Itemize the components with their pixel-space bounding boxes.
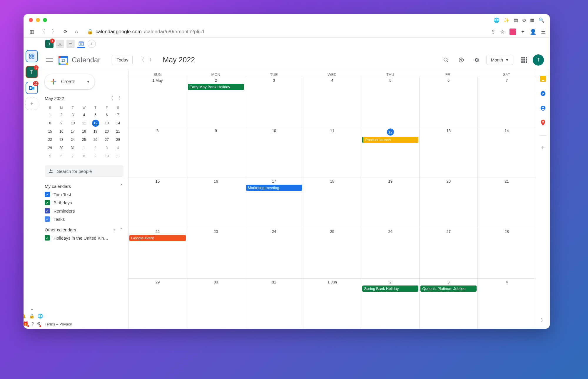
mini-day[interactable]: 8 [45,119,56,127]
maximize-window-button[interactable] [43,18,47,22]
bookmark-icon[interactable]: ☆ [500,29,505,35]
settings-button[interactable] [471,54,482,66]
mini-day[interactable]: 2 [56,111,67,119]
mini-day[interactable]: 27 [101,136,112,143]
minimize-window-button[interactable] [36,18,40,22]
sidebar-add-button[interactable]: + [26,98,38,110]
day-cell[interactable]: 26 [361,228,419,278]
profile-button[interactable]: T [533,54,544,66]
day-cell[interactable]: 25 [303,228,361,278]
day-cell[interactable]: 2Early May Bank Holiday [187,77,245,127]
back-button[interactable]: 〈 [39,28,47,36]
lock-icon[interactable]: 🔒 [29,313,35,319]
mini-day[interactable]: 14 [113,119,123,127]
day-cell[interactable]: 13 [419,127,477,177]
list-icon[interactable]: ▤ [514,17,518,23]
mini-day[interactable]: 10 [67,119,78,127]
tab-teams[interactable]: T1 [45,40,54,48]
day-cell[interactable]: 9 [187,127,245,177]
other-calendars-header[interactable]: Other calendars + ⌃ [45,227,123,232]
tasks-icon[interactable] [539,90,547,97]
my-calendars-header[interactable]: My calendars ⌃ [45,183,123,189]
tab-docs[interactable]: ▭ [66,40,75,48]
calendar-checkbox[interactable]: ✓ [45,208,50,213]
create-button[interactable]: Create ▼ [45,74,95,89]
calendar-checkbox[interactable]: ✓ [45,200,50,205]
chevron-down-icon[interactable]: ⌄ [30,305,34,311]
view-selector[interactable]: Month▼ [486,55,513,65]
mini-day[interactable]: 30 [56,144,67,152]
day-cell[interactable]: 29 [128,278,187,329]
maps-icon[interactable] [539,119,547,126]
day-cell[interactable]: 28 [477,228,536,278]
mini-day[interactable]: 19 [90,128,101,135]
mini-day[interactable]: 28 [113,136,123,143]
day-cell[interactable]: 1 May [128,77,187,127]
search-icon[interactable]: 🔍 [539,17,544,23]
day-cell[interactable]: 3Queen's Platinum Jubilee [419,278,477,329]
mini-day[interactable]: 21 [113,128,123,135]
calendar-item[interactable]: ✓Birthdays [45,200,123,205]
tab-drive[interactable]: △ [56,40,64,48]
sidebar-toggle-icon[interactable]: ▥ [28,28,36,36]
day-cell[interactable]: 5 [361,77,419,127]
next-month-button[interactable]: 〉 [147,55,157,65]
privacy-link[interactable]: Privacy [59,322,72,326]
grid-body[interactable]: 1 May2Early May Bank Holiday345678910111… [128,77,536,329]
add-tab-button[interactable]: + [88,40,96,48]
day-cell[interactable]: 24 [245,228,303,278]
mini-day[interactable]: 4 [79,111,90,119]
day-cell[interactable]: 10 [245,127,303,177]
bell-icon[interactable]: 🔔 [24,313,26,319]
tab-calendar-active[interactable]: 31 [77,40,85,48]
day-cell[interactable]: 6 [419,77,477,127]
mini-day[interactable]: 26 [90,136,101,143]
day-cell[interactable]: 30 [187,278,245,329]
mini-day[interactable]: 11 [79,119,90,127]
mini-day[interactable]: 3 [67,111,78,119]
shield-icon[interactable]: ⊘ [522,17,526,23]
day-cell[interactable]: 16 [187,178,245,228]
day-cell[interactable]: 4 [303,77,361,127]
chevron-up-icon[interactable]: ⌃ [120,227,123,232]
mini-day[interactable]: 8 [79,152,90,160]
mini-day[interactable]: 11 [113,152,123,160]
profile-icon[interactable]: 👤 [530,29,536,35]
calendar-item[interactable]: ✓Reminders [45,208,123,213]
day-cell[interactable]: 23 [187,228,245,278]
mini-day[interactable]: 17 [67,128,78,135]
help-button[interactable]: ? [456,54,467,66]
mini-day[interactable]: 3 [101,144,112,152]
event-chip[interactable]: Marketing meeting [246,185,302,191]
mini-day[interactable]: 20 [101,128,112,135]
sidebar-outlook-button[interactable]: 10 [26,82,38,94]
mini-day[interactable]: 13 [101,119,112,127]
day-cell[interactable]: 31 [245,278,303,329]
day-cell[interactable]: 1 Jun [303,278,361,329]
search-people-input[interactable]: Search for people [45,165,123,177]
mini-day[interactable]: 24 [67,136,78,143]
calendar-item[interactable]: ✓Tasks [45,216,123,222]
address-bar[interactable]: 🔒 calendar.google.com/calendar/u/0/r/mon… [83,29,488,35]
day-cell[interactable]: 3 [245,77,303,127]
mini-day[interactable]: 1 [79,144,90,152]
mini-prev-button[interactable]: 〈 [108,95,113,102]
calendar-checkbox[interactable]: ✓ [45,192,50,197]
side-panel-collapse-icon[interactable]: 〉 [539,317,547,324]
event-chip[interactable]: Google event [129,235,186,241]
day-cell[interactable]: 20 [419,178,477,228]
grid-icon[interactable]: ▦ [530,17,534,23]
search-button[interactable] [440,54,452,66]
close-window-button[interactable] [29,18,33,22]
help-icon[interactable]: ? [31,321,34,326]
wand-icon[interactable]: ✨ [504,17,510,23]
day-cell[interactable]: 8 [128,127,187,177]
mini-day[interactable]: 18 [79,128,90,135]
sidebar-grid-icon[interactable] [26,50,38,62]
home-button[interactable]: ⌂ [72,28,81,36]
today-button[interactable]: Today [112,55,133,65]
mini-day[interactable]: 7 [67,152,78,160]
addons-plus-icon[interactable]: + [539,144,547,151]
mini-day[interactable]: 6 [101,111,112,119]
day-cell[interactable]: 2Spring Bank Holiday [361,278,419,329]
